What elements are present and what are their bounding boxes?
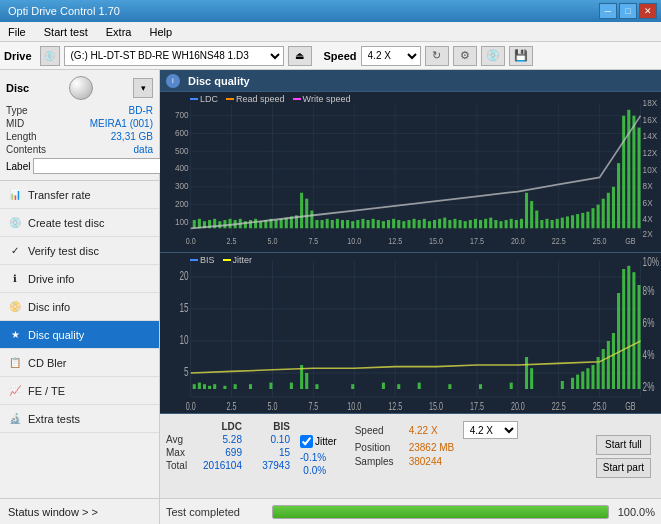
speed-select-stats[interactable]: 4.2 X <box>463 421 518 439</box>
sidebar-item-disc-quality[interactable]: ★ Disc quality <box>0 321 159 349</box>
eject-button[interactable]: ⏏ <box>288 46 312 66</box>
svg-text:7.5: 7.5 <box>308 399 318 412</box>
drive-select[interactable]: (G:) HL-DT-ST BD-RE WH16NS48 1.D3 <box>64 46 284 66</box>
chart1-legend: LDC Read speed Write speed <box>190 94 350 104</box>
svg-text:10: 10 <box>180 332 189 346</box>
menu-start-test[interactable]: Start test <box>40 25 92 39</box>
ldc-bis-stats: LDC BIS Avg 5.28 0.10 Max 699 15 Total <box>166 417 290 495</box>
svg-rect-85 <box>382 221 385 228</box>
svg-text:100: 100 <box>175 216 189 227</box>
menu-file[interactable]: File <box>4 25 30 39</box>
sidebar-item-label: Verify test disc <box>28 245 99 257</box>
svg-rect-189 <box>382 383 385 389</box>
svg-text:5.0: 5.0 <box>268 399 278 412</box>
svg-text:2%: 2% <box>643 379 655 393</box>
svg-rect-107 <box>494 220 497 228</box>
close-button[interactable]: ✕ <box>639 3 657 19</box>
svg-text:25.0: 25.0 <box>593 399 607 412</box>
svg-rect-125 <box>586 212 589 229</box>
progress-bar-fill <box>273 506 608 518</box>
progress-percentage: 100.0% <box>615 506 655 518</box>
sidebar-item-cd-bler[interactable]: 📋 CD Bler <box>0 349 159 377</box>
extra-tests-icon: 🔬 <box>8 412 22 426</box>
sidebar-item-drive-info[interactable]: ℹ Drive info <box>0 265 159 293</box>
svg-rect-71 <box>310 211 313 229</box>
minimize-button[interactable]: ─ <box>599 3 617 19</box>
svg-rect-181 <box>234 384 237 389</box>
refresh-button[interactable]: ↻ <box>425 46 449 66</box>
svg-text:18X: 18X <box>643 98 658 109</box>
svg-rect-64 <box>275 220 278 228</box>
position-label: Position <box>355 442 405 453</box>
save-button[interactable]: 💾 <box>509 46 533 66</box>
svg-rect-116 <box>540 220 543 228</box>
svg-text:10.0: 10.0 <box>347 399 361 412</box>
speed-stat-val: 4.22 X <box>409 425 459 436</box>
transfer-rate-icon: 📊 <box>8 188 22 202</box>
menu-extra[interactable]: Extra <box>102 25 136 39</box>
svg-rect-82 <box>367 220 370 228</box>
svg-text:10X: 10X <box>643 164 658 175</box>
jitter-checkbox[interactable] <box>300 435 313 448</box>
sidebar-item-label: Create test disc <box>28 217 104 229</box>
svg-text:8%: 8% <box>643 283 655 297</box>
stats-table-row: LDC BIS Avg 5.28 0.10 Max 699 15 Total <box>160 414 661 498</box>
jitter-max-val: 0.0% <box>300 465 326 476</box>
ldc-header: LDC <box>197 421 242 432</box>
sidebar-item-transfer-rate[interactable]: 📊 Transfer rate <box>0 181 159 209</box>
sidebar-item-create-test-disc[interactable]: 💿 Create test disc <box>0 209 159 237</box>
svg-text:4X: 4X <box>643 214 653 225</box>
start-part-button[interactable]: Start part <box>596 458 651 478</box>
svg-rect-210 <box>632 272 635 389</box>
sidebar-item-label: FE / TE <box>28 385 65 397</box>
svg-text:700: 700 <box>175 110 189 121</box>
svg-rect-91 <box>413 219 416 228</box>
sidebar-item-label: Disc quality <box>28 329 84 341</box>
disc-quality-title: Disc quality <box>188 75 250 87</box>
svg-rect-193 <box>479 384 482 389</box>
disc-header: Disc ▾ <box>6 76 153 100</box>
disc-label-input[interactable] <box>33 158 166 174</box>
bis-avg-val: 0.10 <box>245 434 290 445</box>
menu-help[interactable]: Help <box>145 25 176 39</box>
sidebar-item-disc-info[interactable]: 📀 Disc info <box>0 293 159 321</box>
maximize-button[interactable]: □ <box>619 3 637 19</box>
svg-rect-133 <box>627 110 630 229</box>
svg-text:0.0: 0.0 <box>186 399 196 412</box>
sidebar-item-fe-te[interactable]: 📈 FE / TE <box>0 377 159 405</box>
svg-rect-119 <box>556 219 559 228</box>
sidebar-item-extra-tests[interactable]: 🔬 Extra tests <box>0 405 159 433</box>
svg-text:2.5: 2.5 <box>227 236 237 246</box>
svg-rect-124 <box>581 213 584 228</box>
settings-button[interactable]: ⚙ <box>453 46 477 66</box>
svg-rect-59 <box>249 220 252 228</box>
svg-text:300: 300 <box>175 181 189 192</box>
svg-text:15.0: 15.0 <box>429 236 443 246</box>
svg-rect-111 <box>515 220 518 228</box>
svg-rect-106 <box>489 218 492 229</box>
svg-rect-117 <box>545 219 548 228</box>
speed-select[interactable]: 4.2 X <box>361 46 421 66</box>
svg-rect-197 <box>561 381 564 389</box>
write-speed-legend-dot <box>293 98 301 100</box>
svg-rect-110 <box>510 219 513 228</box>
nav-items: 📊 Transfer rate 💿 Create test disc ✓ Ver… <box>0 181 159 498</box>
disc-options-button[interactable]: ▾ <box>133 78 153 98</box>
disc-length-row: Length 23,31 GB <box>6 130 153 143</box>
disc-button[interactable]: 💿 <box>481 46 505 66</box>
jitter-stats: Jitter -0.1% 0.0% <box>300 417 337 495</box>
start-full-button[interactable]: Start full <box>596 435 651 455</box>
svg-rect-131 <box>617 163 620 228</box>
svg-rect-175 <box>193 384 196 389</box>
svg-rect-55 <box>229 219 232 228</box>
drive-label: Drive <box>4 50 32 62</box>
sidebar-item-verify-test-disc[interactable]: ✓ Verify test disc <box>0 237 159 265</box>
svg-rect-60 <box>254 219 257 228</box>
svg-text:400: 400 <box>175 163 189 174</box>
bis-total-val: 37943 <box>245 460 290 471</box>
jitter-label: Jitter <box>315 436 337 447</box>
status-window-button[interactable]: Status window > > <box>0 498 159 524</box>
svg-rect-74 <box>326 219 329 228</box>
jitter-values: -0.1% 0.0% <box>300 452 326 476</box>
svg-rect-92 <box>418 220 421 228</box>
